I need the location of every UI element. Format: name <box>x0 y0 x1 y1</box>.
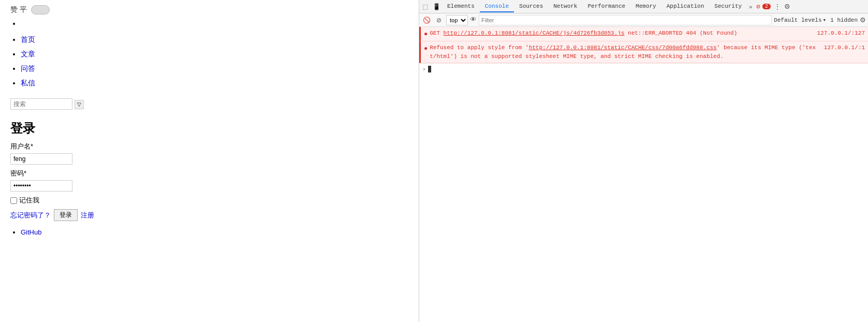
devtools-panel: ⬚ 📱 Elements Console Sources Network Per… <box>419 0 868 322</box>
nav-link-home[interactable]: 首页 <box>21 35 35 43</box>
error-icon-2: ● <box>424 44 428 53</box>
nav-item-qa[interactable]: 问答 <box>21 64 408 74</box>
top-context-select[interactable]: top <box>446 15 468 25</box>
error-text-1: GET http://127.0.0.1:8081/static/CACHE/j… <box>430 29 811 38</box>
error-link-1[interactable]: http://127.0.0.1:8081/static/CACHE/js/4d… <box>444 30 625 36</box>
error-text-2: Refused to apply style from 'http://127.… <box>430 43 818 61</box>
nav-link-articles[interactable]: 文章 <box>21 50 35 58</box>
github-link[interactable]: GitHub <box>21 228 41 236</box>
search-input[interactable] <box>10 98 72 110</box>
tab-memory[interactable]: Memory <box>630 1 661 12</box>
tab-elements[interactable]: Elements <box>442 1 480 12</box>
console-toolbar: 🚫 ⊘ top 👁 Default levels ▾ 1 hidden ⚙ <box>419 13 868 27</box>
tab-application[interactable]: Application <box>661 1 710 12</box>
hidden-count: 1 hidden <box>830 17 858 23</box>
tab-performance[interactable]: Performance <box>582 1 630 12</box>
nav-link-messages[interactable]: 私信 <box>21 79 35 87</box>
password-input[interactable] <box>10 180 72 192</box>
console-error-2: ● Refused to apply style from 'http://12… <box>419 41 868 63</box>
tab-security[interactable]: Security <box>709 1 747 12</box>
nav-item-messages[interactable]: 私信 <box>21 79 408 88</box>
nav-item-articles[interactable]: 文章 <box>21 50 408 59</box>
password-label: 密码* <box>10 169 408 178</box>
remember-row: 记住我 <box>10 196 408 205</box>
devtools-more-options-icon[interactable]: ⋮ <box>772 1 783 12</box>
username-label: 用户名* <box>10 142 408 151</box>
forgot-password-link[interactable]: 忘记密码了？ <box>10 211 51 220</box>
search-area: ▽ <box>10 93 408 112</box>
nav-list: 首页 文章 问答 私信 <box>10 20 408 88</box>
site-title: 赞 平 <box>10 5 27 14</box>
remember-checkbox[interactable] <box>10 197 17 204</box>
nav-link-qa[interactable]: 问答 <box>21 64 35 72</box>
filter-input[interactable] <box>479 15 772 25</box>
list-item <box>21 20 408 30</box>
register-link[interactable]: 注册 <box>81 211 94 220</box>
devtools-inspect-icon[interactable]: ⬚ <box>419 1 431 12</box>
console-cursor <box>428 66 431 72</box>
webpage-panel: 赞 平 首页 文章 问答 私信 ▽ 登录 用户名* 密码* 记住我 忘记密码了？… <box>0 0 419 322</box>
username-input[interactable] <box>10 153 72 165</box>
console-clear-icon[interactable]: 🚫 <box>421 15 432 25</box>
login-title: 登录 <box>10 120 408 137</box>
remember-label: 记住我 <box>19 196 39 205</box>
eye-icon[interactable]: 👁 <box>470 16 477 24</box>
login-button[interactable]: 登录 <box>54 209 78 221</box>
tab-console[interactable]: Console <box>480 1 514 12</box>
error-link-2[interactable]: http://127.0.0.1:8081/static/CACHE/css/7… <box>529 45 717 51</box>
error-icon-1: ● <box>424 30 428 39</box>
search-button[interactable]: ▽ <box>75 100 84 109</box>
chevron-right-icon: › <box>422 66 426 72</box>
error-count-badge: 2 <box>762 4 771 9</box>
console-prompt: › <box>419 63 868 75</box>
tab-network[interactable]: Network <box>548 1 582 12</box>
tab-sources[interactable]: Sources <box>514 1 548 12</box>
nav-item-home[interactable]: 首页 <box>21 35 408 45</box>
action-row: 忘记密码了？ 登录 注册 <box>10 209 408 221</box>
default-levels-dropdown[interactable]: Default levels ▾ <box>774 17 826 23</box>
console-content: ● GET http://127.0.0.1:8081/static/CACHE… <box>419 27 868 322</box>
error-location-1: 127.0.0.1/:127 <box>817 29 865 38</box>
site-header: 赞 平 <box>10 5 408 14</box>
footer-list: GitHub <box>10 228 408 236</box>
devtools-tabs-bar: ⬚ 📱 Elements Console Sources Network Per… <box>419 0 868 13</box>
console-settings-icon[interactable]: ⚙ <box>860 16 866 24</box>
more-tabs-button[interactable]: » <box>747 3 754 11</box>
toggle-switch[interactable] <box>31 5 50 14</box>
console-ban-icon[interactable]: ⊘ <box>434 15 444 25</box>
devtools-device-icon[interactable]: 📱 <box>431 1 442 12</box>
error-location-2: 127.0.0.1/:1 <box>824 43 865 52</box>
login-form: 登录 用户名* 密码* 记住我 忘记密码了？ 登录 注册 <box>10 120 408 221</box>
devtools-settings-icon[interactable]: ⚙ <box>784 3 790 10</box>
console-error-1: ● GET http://127.0.0.1:8081/static/CACHE… <box>419 27 868 41</box>
footer-item-github[interactable]: GitHub <box>21 228 408 236</box>
error-circle-icon: ⊘ <box>756 3 760 11</box>
